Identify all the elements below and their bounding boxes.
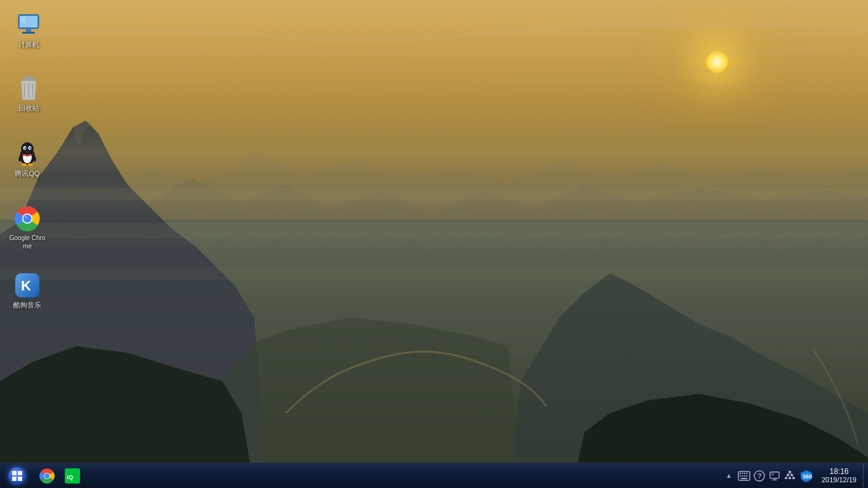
svg-rect-46 [746, 475, 747, 477]
svg-point-19 [29, 147, 31, 150]
svg-point-23 [28, 163, 33, 166]
tray-network-icon[interactable] [782, 463, 797, 489]
system-tray: ▲ ? [721, 463, 868, 488]
recycle-icon-label: 回收站 [18, 104, 39, 112]
svg-rect-56 [790, 474, 793, 476]
svg-rect-31 [18, 471, 22, 475]
sun [706, 51, 728, 73]
svg-rect-42 [746, 473, 747, 474]
clock-area[interactable]: 18:16 2019/12/19 [815, 463, 863, 489]
tray-display-icon[interactable] [767, 463, 782, 489]
kugou-icon: K [15, 273, 40, 298]
qq-icon [15, 141, 40, 166]
svg-line-62 [786, 476, 788, 477]
chrome-icon [15, 206, 40, 231]
svg-rect-58 [789, 477, 791, 479]
taskbar-iqiyi[interactable]: iQ [60, 463, 85, 489]
windows-orb [8, 467, 26, 485]
clock-date: 2019/12/19 [822, 476, 857, 484]
svg-point-21 [30, 147, 31, 148]
haze2 [0, 178, 868, 216]
recycle-icon [16, 76, 41, 101]
svg-line-60 [788, 473, 790, 474]
svg-rect-39 [740, 473, 741, 474]
svg-rect-57 [785, 477, 787, 479]
svg-point-20 [25, 147, 25, 148]
tray-expand-button[interactable]: ▲ [721, 463, 736, 489]
svg-rect-5 [26, 29, 31, 32]
desktop-icon-recycle[interactable]: 回收站 [6, 73, 51, 115]
haze1 [0, 127, 868, 178]
svg-rect-55 [787, 474, 789, 476]
start-button[interactable] [0, 463, 34, 489]
svg-rect-41 [744, 473, 745, 474]
svg-point-18 [24, 147, 26, 150]
svg-rect-47 [741, 478, 747, 479]
desktop-icon-computer[interactable]: 计算机 [6, 10, 51, 51]
svg-text:360: 360 [803, 473, 812, 480]
svg-rect-6 [22, 32, 35, 34]
tray-keyboard-icon[interactable] [736, 463, 752, 489]
desktop-icon-kugou[interactable]: K 酷狗音乐 [5, 270, 50, 312]
svg-line-63 [792, 476, 794, 477]
svg-rect-43 [740, 475, 741, 477]
tray-security-icon[interactable]: 360 [797, 463, 815, 489]
kugou-icon-label: 酷狗音乐 [13, 301, 41, 309]
svg-text:?: ? [757, 472, 762, 480]
svg-rect-40 [742, 473, 743, 474]
svg-rect-33 [18, 477, 22, 481]
svg-rect-44 [742, 475, 743, 477]
svg-text:iQ: iQ [67, 473, 74, 480]
svg-rect-54 [789, 471, 791, 473]
desktop-icon-qq[interactable]: 腾讯QQ [5, 139, 50, 180]
tray-help-icon[interactable]: ? [752, 463, 767, 489]
svg-rect-59 [792, 477, 795, 479]
svg-rect-53 [771, 473, 775, 475]
desktop-icon-chrome[interactable]: Google Chrome [5, 203, 50, 253]
svg-rect-7 [20, 17, 25, 23]
computer-icon [16, 12, 41, 37]
svg-point-35 [44, 473, 50, 478]
svg-rect-2 [0, 267, 868, 280]
svg-rect-9 [25, 76, 32, 78]
svg-point-26 [24, 215, 32, 223]
show-desktop-button[interactable] [863, 463, 868, 489]
qq-icon-label: 腾讯QQ [15, 169, 39, 178]
svg-line-61 [790, 473, 792, 474]
desktop: 计算机 回收站 [0, 0, 868, 488]
haze3 [0, 222, 868, 254]
chrome-icon-label: Google Chrome [8, 234, 47, 250]
taskbar-chrome[interactable] [34, 463, 60, 489]
svg-point-27 [25, 216, 27, 219]
svg-point-22 [22, 163, 27, 166]
taskbar: iQ ▲ [0, 463, 868, 488]
svg-rect-45 [744, 475, 745, 477]
svg-point-15 [21, 142, 34, 155]
computer-icon-label: 计算机 [18, 40, 39, 49]
clock-time: 18:16 [829, 467, 848, 476]
svg-rect-32 [12, 477, 17, 481]
svg-text:K: K [21, 278, 31, 294]
svg-rect-30 [12, 471, 17, 475]
